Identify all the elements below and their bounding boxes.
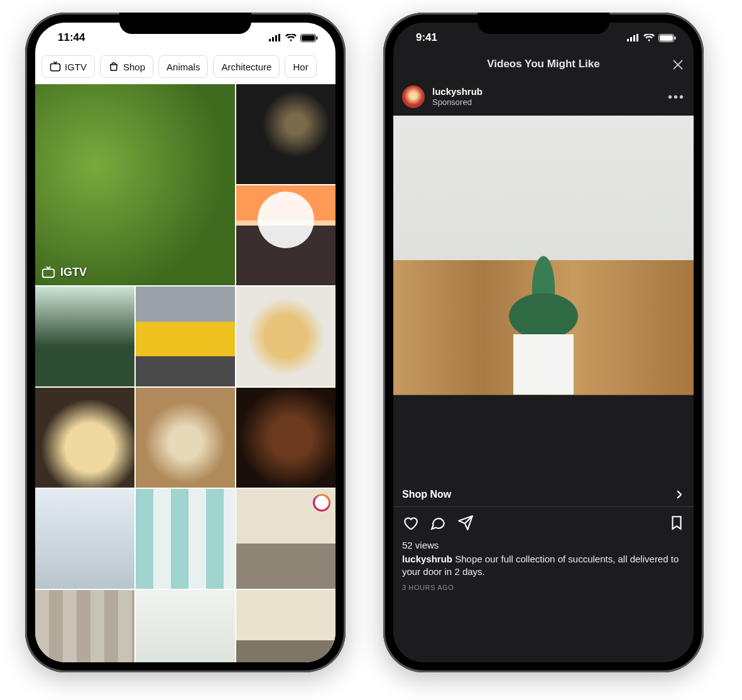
- post-timestamp: 3 HOURS AGO: [393, 581, 694, 591]
- svg-rect-2: [275, 35, 277, 41]
- views-count: 52 views: [393, 537, 694, 552]
- cellular-icon: [627, 34, 640, 41]
- grid-tile-bookshelf[interactable]: [35, 590, 134, 662]
- svg-rect-9: [633, 35, 635, 41]
- save-button[interactable]: [668, 515, 685, 533]
- battery-icon: [300, 34, 318, 42]
- grid-tile-noodles[interactable]: [35, 388, 134, 488]
- igtv-badge-text: IGTV: [60, 266, 87, 279]
- device-notch: [477, 13, 609, 34]
- svg-rect-6: [317, 36, 318, 40]
- like-button[interactable]: [402, 515, 418, 533]
- cta-label: Shop Now: [402, 489, 451, 500]
- grid-tile-greenery-house[interactable]: [35, 287, 134, 386]
- wifi-icon: [285, 34, 297, 41]
- chip-shop[interactable]: Shop: [100, 55, 153, 78]
- post-user-block[interactable]: luckyshrub Sponsored: [432, 86, 483, 107]
- close-icon: [671, 58, 685, 72]
- grid-tile-dog[interactable]: [136, 388, 235, 488]
- svg-rect-8: [630, 37, 632, 41]
- igtv-icon: [41, 265, 55, 279]
- grid-tile-latte[interactable]: [236, 388, 336, 488]
- svg-rect-1: [272, 37, 274, 41]
- avatar[interactable]: [402, 85, 425, 108]
- grid-tile-surfer[interactable]: [236, 489, 336, 589]
- send-icon: [457, 515, 474, 531]
- page-title: Videos You Might Like: [487, 58, 599, 70]
- chip-partial[interactable]: Hor: [285, 55, 316, 78]
- grid-tile-food-plate[interactable]: [236, 84, 336, 184]
- cta-bar[interactable]: Shop Now: [393, 480, 694, 507]
- grid-tile-beach-silhouette[interactable]: [236, 590, 336, 662]
- svg-rect-13: [675, 36, 676, 40]
- shopping-bag-icon: [108, 61, 119, 72]
- grid-tile-eiffel[interactable]: [35, 489, 134, 589]
- phone-frame-explore: 11:44 IGTV Shop Animals Architecture: [25, 13, 346, 672]
- category-chips-row[interactable]: IGTV Shop Animals Architecture Hor: [35, 53, 336, 84]
- status-time: 9:41: [411, 31, 437, 44]
- videos-topbar: Videos You Might Like: [393, 53, 694, 79]
- battery-icon: [658, 34, 676, 42]
- close-button[interactable]: [671, 58, 685, 74]
- caption-username[interactable]: luckyshrub: [402, 554, 452, 564]
- post-more-button[interactable]: •••: [668, 90, 685, 104]
- chip-label: Animals: [166, 62, 200, 72]
- cellular-icon: [269, 34, 281, 41]
- grid-tile-window-plant[interactable]: [136, 590, 235, 662]
- grid-tile-balconies[interactable]: [136, 489, 235, 589]
- grid-tile-corn[interactable]: [236, 287, 336, 386]
- svg-rect-3: [278, 34, 280, 41]
- grid-tile-sunset[interactable]: [236, 185, 336, 285]
- chip-igtv[interactable]: IGTV: [41, 55, 95, 78]
- status-icons: [269, 34, 318, 42]
- chip-label: Shop: [123, 62, 145, 72]
- share-button[interactable]: [457, 515, 474, 533]
- chip-architecture[interactable]: Architecture: [213, 55, 280, 78]
- action-row: [393, 507, 694, 537]
- device-notch: [119, 13, 251, 34]
- svg-rect-5: [302, 35, 315, 41]
- heart-icon: [402, 515, 418, 531]
- svg-rect-10: [636, 34, 638, 41]
- chip-label: Hor: [293, 62, 308, 72]
- explore-grid[interactable]: IGTV: [35, 84, 336, 662]
- sponsored-label: Sponsored: [432, 97, 483, 107]
- igtv-icon: [50, 61, 61, 72]
- svg-rect-12: [660, 35, 673, 41]
- phone-frame-post: 9:41 Videos You Might Like luckyshrub Sp…: [383, 13, 704, 672]
- igtv-badge: IGTV: [41, 265, 87, 279]
- explore-screen: 11:44 IGTV Shop Animals Architecture: [35, 23, 336, 662]
- post-screen: 9:41 Videos You Might Like luckyshrub Sp…: [393, 23, 694, 662]
- status-time: 11:44: [53, 31, 85, 44]
- chip-label: Architecture: [221, 62, 271, 72]
- wifi-icon: [643, 34, 655, 41]
- chip-label: IGTV: [65, 62, 87, 72]
- svg-rect-7: [627, 39, 629, 41]
- chip-animals[interactable]: Animals: [158, 55, 208, 78]
- comment-icon: [430, 515, 446, 531]
- story-ring-icon: [313, 494, 330, 511]
- grid-tile-feature-forest[interactable]: IGTV: [35, 84, 235, 285]
- bookmark-icon: [668, 515, 685, 531]
- post-caption: luckyshrub Shope our full collection of …: [393, 552, 694, 581]
- grid-tile-yellow-car[interactable]: [136, 287, 235, 386]
- chevron-right-icon: [674, 489, 685, 500]
- post-header: luckyshrub Sponsored •••: [393, 79, 694, 116]
- status-icons: [627, 34, 676, 42]
- svg-rect-0: [269, 39, 271, 41]
- comment-button[interactable]: [430, 515, 446, 533]
- post-media-plant[interactable]: [393, 116, 694, 480]
- post-username: luckyshrub: [432, 86, 483, 97]
